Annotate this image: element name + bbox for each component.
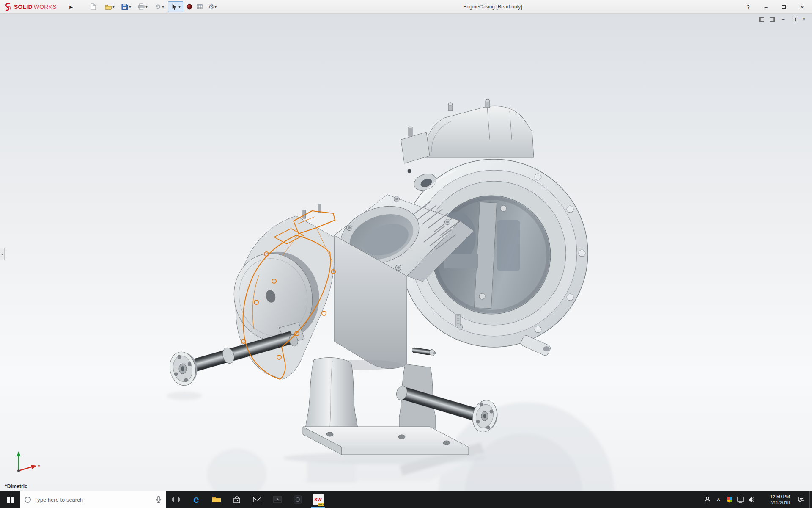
edge-button[interactable]: e [186,491,206,508]
options-button[interactable]: ⚙ ▾ [205,1,220,12]
select-caret-icon[interactable]: ▾ [178,5,180,9]
people-tray-button[interactable] [702,491,713,508]
show-desktop-button[interactable] [809,491,812,508]
design-table-icon [196,3,203,10]
maximize-button[interactable] [775,0,793,14]
clock-date: 7/11/2018 [770,500,790,505]
pane-right-icon [770,17,775,22]
file-explorer-icon [212,496,221,503]
network-tray-button[interactable] [735,491,746,508]
mail-icon [253,496,261,503]
store-icon [233,495,241,504]
undo-icon [154,3,162,11]
chevron-up-icon: ^ [717,497,720,503]
select-tool-button[interactable]: ▾ [168,1,183,12]
system-tray: ^ [702,491,812,508]
document-window-controls: – × [757,16,809,23]
quick-toolbar: ▾ ▾ ▾ [85,0,221,14]
action-center-button[interactable] [793,491,809,508]
microphone-icon[interactable] [156,496,162,503]
defender-shield-icon [727,496,733,503]
undo-caret-icon[interactable]: ▾ [162,5,164,9]
clock-time: 12:59 PM [770,494,790,500]
dassault-swirl-icon [3,2,13,11]
media-player-app-button[interactable] [267,491,288,508]
window-title: EngineCasing [Read-only] [423,0,562,14]
open-folder-icon [104,3,112,11]
titlebar: SOLIDWORKS ▶ ▾ [0,0,812,14]
ethernet-status-icon [737,497,744,503]
print-icon [137,3,145,11]
doc-minimize-button[interactable]: – [778,16,787,23]
brand-text-bold: SOLID [14,3,33,10]
speaker-icon [748,497,755,503]
solidworks-app-icon: SW 2017 [313,494,324,505]
maximize-icon [782,5,786,9]
doc-restore-icon [792,18,796,21]
featuremanager-collapse-tab[interactable]: ◂ [0,248,5,260]
options-caret-icon[interactable]: ▾ [215,5,217,9]
utility-app-button[interactable] [288,491,308,508]
save-button[interactable]: ▾ [118,1,134,12]
pane-left-button[interactable] [757,16,766,23]
appearance-sphere-icon [186,3,193,10]
housing-top-segments[interactable] [401,99,534,163]
window-controls: ? – × [739,0,812,14]
minimize-button[interactable]: – [757,0,775,14]
desktop: SOLIDWORKS ▶ ▾ [0,0,812,508]
edge-icon: e [193,494,199,505]
mail-button[interactable] [247,491,267,508]
help-button[interactable]: ? [739,0,757,14]
print-button[interactable]: ▾ [135,1,150,12]
engine-model[interactable] [167,99,588,455]
doc-restore-button[interactable] [789,16,798,23]
solidworks-app-button[interactable]: SW 2017 [308,491,328,508]
gear-icon: ⚙ [208,3,214,10]
taskbar-search[interactable] [20,491,166,508]
select-arrow-icon [170,3,178,11]
open-caret-icon[interactable]: ▾ [112,5,114,9]
sw-version-badge: 2017 [318,503,324,506]
volume-tray-button[interactable] [746,491,757,508]
windows-logo-icon [7,497,14,503]
person-icon [704,496,711,503]
cortana-icon [25,497,31,503]
triad-x-label: x [38,464,40,468]
utility-app-icon [294,495,302,504]
tray-overflow-button[interactable]: ^ [713,491,724,508]
doc-close-button[interactable]: × [799,16,809,23]
pane-left-icon [759,17,764,22]
action-center-icon [798,496,805,503]
orientation-triad: x [6,449,44,476]
print-caret-icon[interactable]: ▾ [145,5,147,9]
file-explorer-button[interactable] [206,491,227,508]
viewport-canvas[interactable] [0,14,812,491]
save-caret-icon[interactable]: ▾ [129,5,131,9]
menu-flyout-button[interactable]: ▶ [68,3,74,11]
search-input[interactable] [34,497,152,503]
store-button[interactable] [227,491,247,508]
defender-tray-button[interactable] [724,491,735,508]
new-document-icon [89,3,97,11]
taskbar: e [0,491,812,508]
taskbar-clock[interactable]: 12:59 PM 7/11/2018 [757,491,793,508]
new-document-button[interactable] [85,1,101,12]
graphics-viewport[interactable]: – × ◂ x *Dimetric [0,14,812,491]
close-button[interactable]: × [793,0,812,14]
undo-button[interactable]: ▾ [151,1,167,12]
taskbar-apps: e [166,491,328,508]
appearance-button[interactable] [184,1,195,12]
task-view-icon [172,496,180,503]
view-orientation-label: *Dimetric [5,483,27,489]
media-player-app-icon [273,496,282,503]
open-button[interactable]: ▾ [102,1,117,12]
design-table-button[interactable] [195,1,205,12]
task-view-button[interactable] [166,491,186,508]
solidworks-logo: SOLIDWORKS [3,0,57,14]
pane-right-button[interactable] [768,16,777,23]
save-floppy-icon [121,3,129,11]
sw-label: SW [314,497,322,502]
brand-text-light: WORKS [34,3,57,10]
start-button[interactable] [0,491,20,508]
